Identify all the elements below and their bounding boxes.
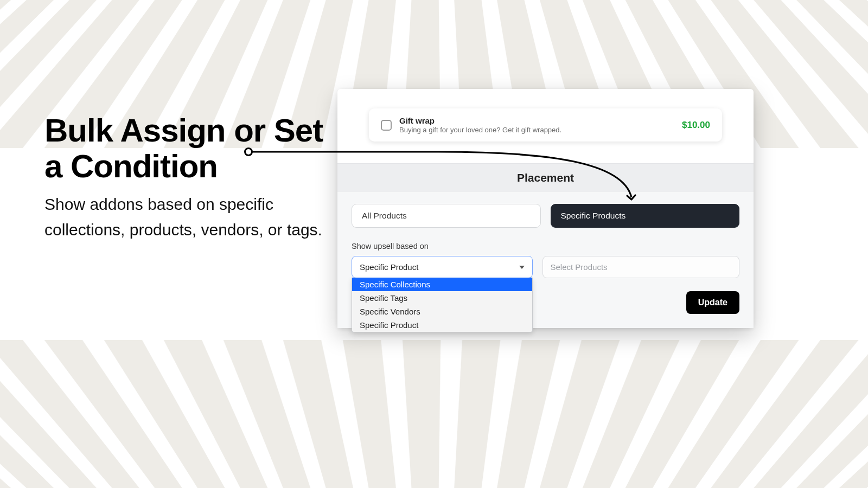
addon-description: Buying a gift for your loved one? Get it… [399, 126, 561, 134]
chevron-down-icon [519, 266, 525, 269]
select-value: Specific Product [360, 262, 418, 272]
callout-arrow [243, 145, 644, 210]
update-button[interactable]: Update [686, 291, 739, 314]
svg-point-0 [245, 149, 252, 156]
addon-checkbox[interactable] [381, 120, 392, 131]
addon-title: Gift wrap [399, 116, 561, 125]
upsell-basis-dropdown: Specific Collections Specific Tags Speci… [352, 278, 533, 332]
upsell-basis-select-wrap: Specific Product Specific Collections Sp… [352, 256, 533, 278]
upsell-basis-select[interactable]: Specific Product [352, 256, 533, 278]
upsell-basis-label: Show upsell based on [352, 242, 739, 251]
addon-price: $10.00 [682, 120, 710, 131]
option-specific-product[interactable]: Specific Product [352, 318, 532, 332]
option-specific-vendors[interactable]: Specific Vendors [352, 305, 532, 318]
option-specific-collections[interactable]: Specific Collections [352, 278, 532, 291]
option-specific-tags[interactable]: Specific Tags [352, 291, 532, 305]
addon-card: Gift wrap Buying a gift for your loved o… [369, 108, 722, 142]
product-picker[interactable]: Select Products [542, 256, 740, 278]
